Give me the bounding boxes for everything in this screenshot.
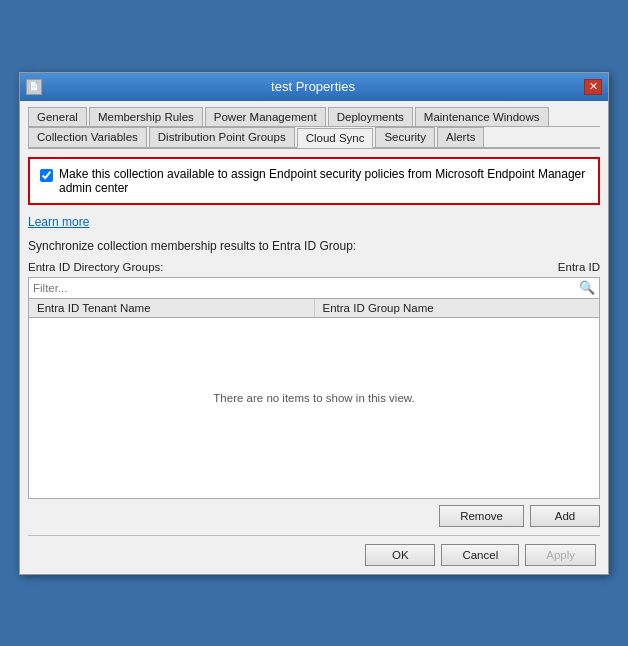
close-button[interactable]: ✕	[584, 79, 602, 95]
tab-general[interactable]: General	[28, 107, 87, 126]
tab-security[interactable]: Security	[375, 127, 435, 147]
tab-cloud-sync[interactable]: Cloud Sync	[297, 128, 374, 148]
apply-button[interactable]: Apply	[525, 544, 596, 566]
bottom-buttons: OK Cancel Apply	[28, 544, 600, 566]
table-empty-message: There are no items to show in this view.	[29, 318, 599, 478]
tab-row-2: Collection Variables Distribution Point …	[28, 127, 600, 149]
col-group-name: Entra ID Group Name	[315, 299, 600, 317]
tab-alerts[interactable]: Alerts	[437, 127, 484, 147]
tab-distribution-point-groups[interactable]: Distribution Point Groups	[149, 127, 295, 147]
endpoint-security-checkbox[interactable]	[40, 169, 53, 182]
separator	[28, 535, 600, 536]
tab-membership-rules[interactable]: Membership Rules	[89, 107, 203, 126]
search-icon[interactable]: 🔍	[579, 280, 595, 296]
ok-button[interactable]: OK	[365, 544, 435, 566]
tab-power-management[interactable]: Power Management	[205, 107, 326, 126]
entra-id-column-label: Entra ID	[558, 261, 600, 273]
tab-maintenance-windows[interactable]: Maintenance Windows	[415, 107, 549, 126]
cancel-button[interactable]: Cancel	[441, 544, 519, 566]
titlebar: 📄 test Properties ✕	[20, 73, 608, 101]
directory-table: Entra ID Tenant Name Entra ID Group Name…	[28, 299, 600, 499]
window-content: General Membership Rules Power Managemen…	[20, 101, 608, 574]
col-tenant-name: Entra ID Tenant Name	[29, 299, 315, 317]
directory-groups-label: Entra ID Directory Groups:	[28, 261, 163, 273]
tab-collection-variables[interactable]: Collection Variables	[28, 127, 147, 147]
add-button[interactable]: Add	[530, 505, 600, 527]
remove-button[interactable]: Remove	[439, 505, 524, 527]
filter-row: 🔍	[28, 277, 600, 299]
properties-window: 📄 test Properties ✕ General Membership R…	[19, 72, 609, 575]
window-title: test Properties	[42, 79, 584, 94]
endpoint-security-label: Make this collection available to assign…	[59, 167, 588, 195]
tab-row-1: General Membership Rules Power Managemen…	[28, 107, 600, 127]
directory-label-row: Entra ID Directory Groups: Entra ID	[28, 261, 600, 273]
learn-more-link[interactable]: Learn more	[28, 215, 600, 229]
tab-deployments[interactable]: Deployments	[328, 107, 413, 126]
table-header: Entra ID Tenant Name Entra ID Group Name	[29, 299, 599, 318]
endpoint-security-section: Make this collection available to assign…	[28, 157, 600, 205]
filter-input[interactable]	[33, 282, 579, 294]
action-buttons: Remove Add	[28, 505, 600, 527]
sync-label: Synchronize collection membership result…	[28, 239, 600, 253]
window-icon: 📄	[26, 79, 42, 95]
